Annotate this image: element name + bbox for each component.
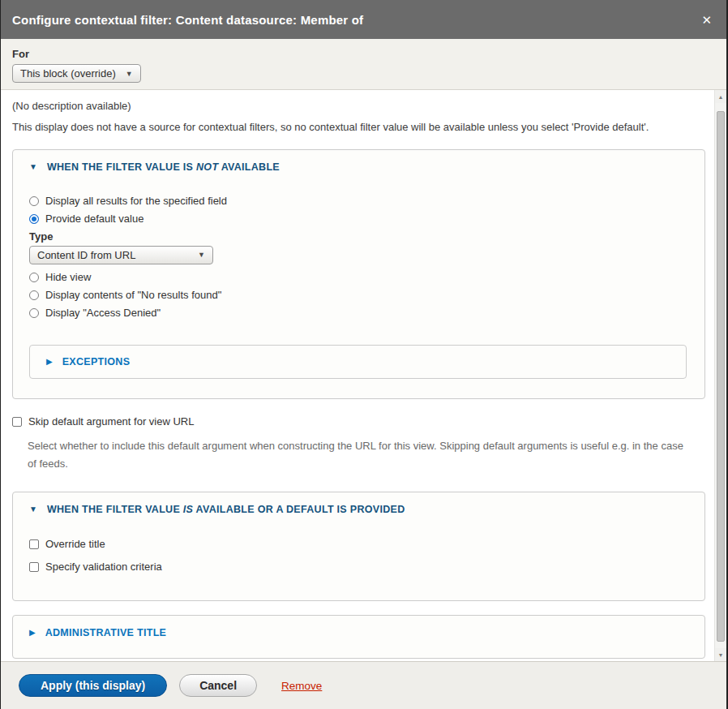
checkbox-label: Skip default argument for view URL: [28, 415, 194, 428]
radio-provide-default[interactable]: Provide default value: [29, 210, 688, 228]
radio-hide-view[interactable]: Hide view: [29, 269, 688, 286]
checkbox-specify-validation[interactable]: Specify validation criteria: [29, 558, 688, 576]
radio-icon[interactable]: [29, 273, 39, 282]
for-select[interactable]: This block (override) ▼: [12, 64, 141, 83]
fieldset-exceptions: ▶ EXCEPTIONS: [29, 345, 687, 379]
triangle-down-icon: ▼: [29, 162, 37, 171]
fieldset-filter-not-available: ▼ WHEN THE FILTER VALUE IS NOT AVAILABLE…: [12, 149, 705, 399]
radio-icon[interactable]: [29, 308, 39, 318]
remove-link[interactable]: Remove: [281, 680, 322, 692]
type-select[interactable]: Content ID from URL ▼: [29, 246, 213, 264]
radio-checked-icon[interactable]: [29, 214, 39, 224]
radio-label: Hide view: [45, 271, 91, 283]
display-note-text: This display does not have a source for …: [12, 119, 713, 135]
triangle-right-icon: ▶: [46, 357, 53, 366]
checkbox-label: Specify validation criteria: [45, 561, 162, 573]
dialog-title: Configure contextual filter: Content dat…: [12, 13, 701, 27]
default-action-options: Display all results for the specified fi…: [29, 192, 688, 322]
radio-label: Provide default value: [45, 213, 143, 225]
fieldset-not-available-legend[interactable]: ▼ WHEN THE FILTER VALUE IS NOT AVAILABLE: [29, 161, 688, 173]
skip-description: Select whether to include this default a…: [28, 437, 692, 473]
checkbox-icon[interactable]: [12, 417, 22, 427]
available-options: Override title Specify validation criter…: [29, 535, 688, 576]
type-select-value: Content ID from URL: [37, 249, 135, 261]
dialog-body-content: (No description available) This display …: [1, 90, 713, 661]
fieldset-filter-available: ▼ WHEN THE FILTER VALUE IS AVAILABLE OR …: [12, 492, 705, 601]
radio-label: Display "Access Denied": [45, 307, 161, 319]
scrollbar-up-icon[interactable]: ▲: [715, 90, 726, 103]
dialog-body: (No description available) This display …: [1, 90, 726, 661]
administrative-title-legend[interactable]: ▶ ADMINISTRATIVE TITLE: [29, 627, 688, 638]
chevron-down-icon: ▼: [126, 70, 133, 78]
radio-icon[interactable]: [29, 196, 39, 206]
cancel-button[interactable]: Cancel: [179, 674, 257, 697]
checkbox-icon[interactable]: [29, 539, 39, 549]
radio-no-results[interactable]: Display contents of "No results found": [29, 286, 688, 304]
for-select-value: This block (override): [20, 67, 116, 79]
fieldset-administrative-title: ▶ ADMINISTRATIVE TITLE: [12, 615, 705, 659]
checkbox-override-title[interactable]: Override title: [29, 535, 688, 553]
type-label: Type: [29, 230, 688, 243]
no-description-text: (No description available): [12, 100, 713, 112]
for-section: For This block (override) ▼: [1, 39, 726, 90]
legend-text: EXCEPTIONS: [62, 356, 131, 367]
dialog-footer: Apply (this display) Cancel Remove: [1, 661, 726, 709]
checkbox-icon[interactable]: [29, 562, 39, 572]
legend-text: ADMINISTRATIVE TITLE: [45, 627, 167, 638]
radio-label: Display all results for the specified fi…: [45, 195, 227, 207]
legend-text: WHEN THE FILTER VALUE IS AVAILABLE OR A …: [47, 504, 405, 515]
chevron-down-icon: ▼: [198, 251, 205, 259]
close-icon[interactable]: ✕: [701, 14, 712, 26]
fieldset-available-legend[interactable]: ▼ WHEN THE FILTER VALUE IS AVAILABLE OR …: [29, 504, 688, 515]
legend-text: WHEN THE FILTER VALUE IS NOT AVAILABLE: [47, 161, 280, 173]
exceptions-legend[interactable]: ▶ EXCEPTIONS: [46, 356, 670, 367]
radio-label: Display contents of "No results found": [45, 289, 221, 301]
scrollbar-thumb[interactable]: [717, 111, 725, 642]
scrollbar[interactable]: ▲ ▼: [714, 90, 726, 661]
scrollbar-down-icon[interactable]: ▼: [715, 648, 726, 661]
radio-display-all[interactable]: Display all results for the specified fi…: [29, 192, 688, 210]
triangle-down-icon: ▼: [29, 505, 37, 513]
triangle-right-icon: ▶: [29, 628, 36, 637]
dialog-configure-contextual-filter: { "header": { "title": "Configure contex…: [0, 0, 728, 709]
radio-access-denied[interactable]: Display "Access Denied": [29, 304, 688, 322]
checkbox-label: Override title: [45, 538, 105, 550]
radio-icon[interactable]: [29, 290, 39, 300]
for-label: For: [12, 48, 715, 60]
checkbox-skip-default-argument[interactable]: Skip default argument for view URL: [12, 413, 713, 431]
dialog-titlebar: Configure contextual filter: Content dat…: [1, 0, 726, 39]
apply-button[interactable]: Apply (this display): [19, 674, 167, 697]
